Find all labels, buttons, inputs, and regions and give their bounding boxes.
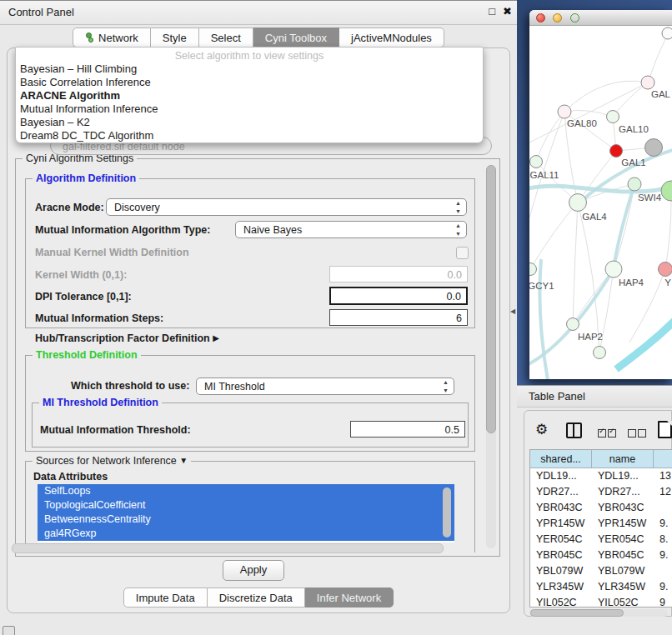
- app-root: Control Panel □ ✖ NetworkStyleSelectCyni…: [0, 0, 672, 635]
- network-node-gal10[interactable]: [607, 111, 619, 123]
- settings-vertical-scrollbar-thumb[interactable]: [486, 165, 496, 433]
- bottom-tab-impute-data[interactable]: Impute Data: [123, 588, 208, 608]
- hub-section-toggle[interactable]: Hub/Transcription Factor Definition ▶: [35, 332, 219, 344]
- network-edge[interactable]: [564, 110, 613, 117]
- float-window-icon[interactable]: □: [489, 5, 495, 18]
- network-canvas[interactable]: GALGAL80GAL10GAL1GAL11SWI4GAL4GCY1HAP4YH…: [529, 26, 672, 379]
- network-node-gal4[interactable]: [569, 194, 587, 212]
- attribute-item-selfloops[interactable]: SelfLoops: [38, 484, 454, 498]
- manual-kernel-checkbox[interactable]: [456, 247, 469, 259]
- column-layout-icon[interactable]: [566, 422, 582, 438]
- collapse-arrow-icon[interactable]: ▼: [179, 456, 188, 465]
- settings-vertical-scrollbar[interactable]: [486, 165, 496, 548]
- network-node[interactable]: [594, 347, 606, 359]
- mi-steps-field[interactable]: 6: [329, 309, 468, 326]
- settings-gear-icon[interactable]: ⚙: [535, 421, 548, 438]
- expand-arrow-icon[interactable]: ▶: [213, 333, 219, 342]
- table-row[interactable]: YIL052CYIL052C9: [530, 595, 672, 608]
- attribute-item-topologicalcoefficient[interactable]: TopologicalCoefficient: [38, 498, 454, 512]
- network-node[interactable]: [661, 181, 672, 201]
- kernel-width-field[interactable]: 0.0: [329, 266, 468, 282]
- split-pane-collapse-icon[interactable]: ◀: [510, 308, 515, 315]
- algorithm-option-aracne-algorithm[interactable]: ARACNE Algorithm: [16, 89, 483, 102]
- tab-network[interactable]: Network: [73, 28, 151, 48]
- table-row[interactable]: YBR043CYBR043C: [530, 500, 672, 516]
- algorithm-option-bayesian-k2[interactable]: Bayesian – K2: [16, 116, 483, 129]
- combo-stepper-icon: ▲▼: [443, 378, 449, 395]
- close-panel-icon[interactable]: ✖: [503, 5, 512, 18]
- mi-threshold-field[interactable]: 0.5: [350, 421, 465, 438]
- table-cell: YBR043C: [530, 500, 592, 516]
- tab-cyni-toolbox-label: Cyni Toolbox: [265, 32, 327, 44]
- table-cell: 9.: [654, 548, 672, 563]
- algorithm-option-dream8-dc-tdc-algorithm[interactable]: Dream8 DC_TDC Algorithm: [16, 129, 483, 142]
- settings-horizontal-scrollbar[interactable]: [12, 543, 444, 553]
- network-node-gal1[interactable]: [610, 145, 623, 158]
- network-node-gal11[interactable]: [530, 156, 543, 168]
- network-node-swi4[interactable]: [628, 178, 641, 191]
- column-header-2[interactable]: [654, 450, 672, 468]
- which-threshold-combo[interactable]: MI Threshold ▲▼: [196, 378, 454, 395]
- attribute-item-gal4rgexp[interactable]: gal4RGexp: [38, 527, 454, 541]
- select-all-checkboxes-icon[interactable]: [598, 426, 618, 441]
- table-row[interactable]: YLR345WYLR345W9.: [530, 579, 672, 595]
- tab-style[interactable]: Style: [151, 28, 199, 48]
- table-horizontal-scrollbar-thumb[interactable]: [530, 609, 624, 617]
- network-node-hap2[interactable]: [567, 318, 579, 331]
- close-window-icon[interactable]: [536, 13, 545, 22]
- table-cell: YBR043C: [592, 500, 654, 516]
- sources-title-text: Sources for Network Inference: [36, 455, 177, 467]
- network-edge[interactable]: [613, 82, 648, 117]
- apply-button[interactable]: Apply: [223, 560, 284, 581]
- network-node-y[interactable]: [659, 262, 672, 277]
- node-label-swi4: SWI4: [638, 192, 662, 202]
- table-row[interactable]: YER054CYER054C8.: [530, 532, 672, 548]
- attributes-list-scrollbar-thumb[interactable]: [443, 488, 451, 538]
- bottom-tab-infer-network[interactable]: Infer Network: [305, 588, 394, 608]
- network-edge[interactable]: [539, 259, 548, 379]
- network-edge[interactable]: [564, 81, 648, 112]
- network-node[interactable]: [645, 139, 663, 157]
- network-edge[interactable]: [530, 202, 578, 269]
- network-node-gal[interactable]: [641, 76, 654, 89]
- data-attributes-list[interactable]: SelfLoopsTopologicalCoefficientBetweenne…: [38, 484, 454, 542]
- table-row[interactable]: YBL079WYBL079W: [530, 563, 672, 579]
- bottom-tab-discretize-data[interactable]: Discretize Data: [208, 588, 305, 608]
- mi-type-combo[interactable]: Naive Bayes ▲▼: [235, 221, 467, 238]
- algorithm-option-bayesian-hill-climbing[interactable]: Bayesian – Hill Climbing: [16, 62, 483, 76]
- dpi-tolerance-field[interactable]: 0.0: [329, 287, 468, 305]
- algorithm-option-mutual-information-inference[interactable]: Mutual Information Inference: [16, 102, 483, 116]
- deselect-all-checkboxes-icon[interactable]: [628, 426, 648, 441]
- tab-cyni-toolbox[interactable]: Cyni Toolbox: [253, 28, 339, 48]
- algorithm-option-basic-correlation-inference[interactable]: Basic Correlation Inference: [16, 76, 483, 89]
- minimize-window-icon[interactable]: [553, 13, 562, 22]
- bottom-tab-discretize-data-label: Discretize Data: [219, 592, 293, 604]
- table-row[interactable]: YBR045CYBR045C9.: [530, 548, 672, 563]
- table-row[interactable]: YPR145WYPR145W9.: [530, 516, 672, 532]
- tab-jactivemnodules[interactable]: jActiveMNodules: [339, 28, 444, 48]
- network-node-hap4[interactable]: [605, 261, 622, 278]
- network-edge[interactable]: [578, 202, 599, 352]
- network-node[interactable]: [662, 28, 672, 39]
- network-edge[interactable]: [665, 201, 671, 269]
- zoom-window-icon[interactable]: [570, 13, 579, 22]
- docked-window-icon[interactable]: [3, 626, 15, 635]
- column-header-name[interactable]: name: [592, 450, 654, 468]
- network-edge[interactable]: [614, 184, 634, 269]
- table-horizontal-scrollbar[interactable]: [529, 609, 668, 617]
- network-edge[interactable]: [648, 33, 668, 82]
- attribute-item-betweennesscentrality[interactable]: BetweennessCentrality: [38, 512, 454, 527]
- new-table-icon[interactable]: [658, 421, 672, 438]
- threshold-definition-title: Threshold Definition: [33, 349, 141, 361]
- table-row[interactable]: YDL19...YDL19...13: [530, 468, 672, 484]
- network-node-gcy1[interactable]: [529, 263, 537, 276]
- network-edge[interactable]: [573, 202, 578, 324]
- table-cell: [654, 563, 672, 579]
- network-edge[interactable]: [616, 319, 672, 369]
- column-header-shared[interactable]: shared...: [530, 450, 592, 468]
- tab-select[interactable]: Select: [199, 28, 253, 48]
- aracne-mode-combo[interactable]: Discovery ▲▼: [106, 198, 467, 216]
- table-cell: 13: [654, 468, 672, 484]
- table-row[interactable]: YDR27...YDR27...12: [530, 484, 672, 500]
- network-node-gal80[interactable]: [558, 105, 571, 118]
